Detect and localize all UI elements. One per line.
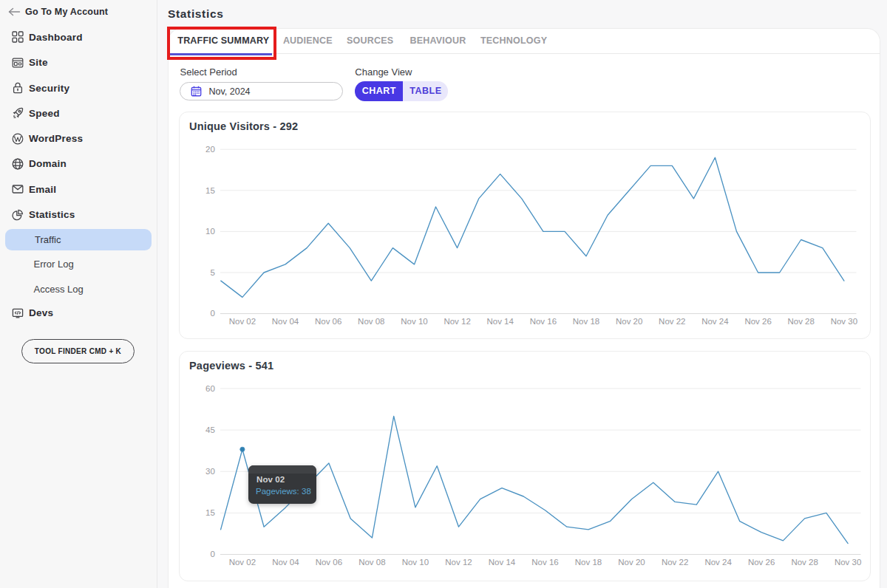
- svg-text:Nov 08: Nov 08: [358, 317, 384, 326]
- svg-text:Nov 28: Nov 28: [791, 557, 818, 566]
- svg-text:Nov 20: Nov 20: [616, 317, 642, 326]
- svg-text:Nov 26: Nov 26: [748, 557, 775, 566]
- svg-text:Nov 02: Nov 02: [229, 317, 256, 326]
- svg-text:Nov 04: Nov 04: [272, 317, 299, 326]
- svg-text:Nov 08: Nov 08: [358, 557, 385, 566]
- svg-text:Nov 26: Nov 26: [744, 317, 771, 326]
- svg-text:Nov 22: Nov 22: [659, 317, 685, 326]
- svg-text:Nov 24: Nov 24: [701, 317, 729, 326]
- svg-text:Nov 12: Nov 12: [445, 557, 472, 566]
- svg-text:60: 60: [205, 383, 215, 392]
- svg-text:Nov 16: Nov 16: [531, 557, 558, 566]
- svg-text:Nov 18: Nov 18: [573, 317, 599, 326]
- svg-text:5: 5: [211, 267, 215, 276]
- svg-text:Nov 24: Nov 24: [704, 557, 732, 566]
- svg-text:0: 0: [210, 550, 214, 558]
- svg-text:Nov 20: Nov 20: [618, 557, 645, 566]
- svg-text:10: 10: [205, 227, 215, 236]
- svg-text:20: 20: [205, 145, 215, 154]
- svg-text:Nov 14: Nov 14: [487, 317, 514, 326]
- svg-text:30: 30: [205, 467, 215, 476]
- svg-text:15: 15: [205, 185, 215, 194]
- svg-text:45: 45: [205, 425, 215, 434]
- svg-text:Nov 22: Nov 22: [662, 557, 688, 566]
- svg-text:Nov 10: Nov 10: [401, 317, 427, 326]
- svg-text:Nov 14: Nov 14: [489, 557, 516, 566]
- svg-text:Nov 06: Nov 06: [316, 557, 342, 566]
- svg-text:Nov 10: Nov 10: [402, 557, 429, 566]
- svg-text:15: 15: [205, 508, 215, 517]
- svg-text:Nov 16: Nov 16: [530, 317, 557, 326]
- svg-text:Nov 06: Nov 06: [315, 317, 341, 326]
- svg-text:Nov 02: Nov 02: [229, 557, 256, 566]
- svg-text:Nov 28: Nov 28: [788, 317, 815, 326]
- svg-text:Nov 30: Nov 30: [831, 317, 857, 326]
- svg-text:Nov 04: Nov 04: [272, 557, 299, 566]
- svg-text:Nov 18: Nov 18: [575, 557, 602, 566]
- svg-text:Nov 30: Nov 30: [835, 557, 861, 566]
- svg-text:Nov 12: Nov 12: [444, 317, 470, 326]
- svg-text:0: 0: [211, 309, 215, 318]
